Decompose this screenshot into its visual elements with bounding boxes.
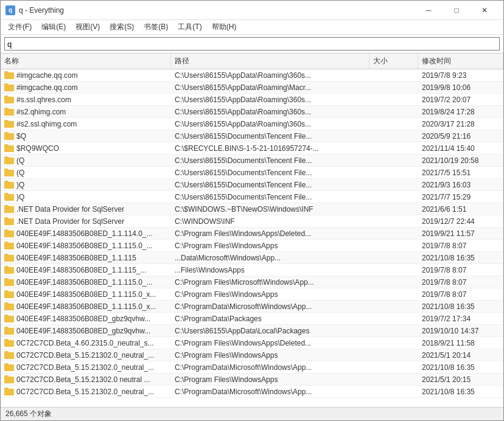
cell-modified: 2021/9/3 16:03: [418, 179, 503, 190]
table-row[interactable]: )QC:\Users\86155\Documents\Tencent File.…: [1, 179, 503, 191]
cell-path: C:\Program Files\WindowsApps: [171, 288, 369, 300]
table-row[interactable]: 040EE49F.14883506B08ED_1.1.115.0_x...C:\…: [1, 288, 503, 301]
cell-name: 040EE49F.14883506B08ED_gbz9qvhw...: [1, 313, 171, 324]
table-row[interactable]: 040EE49F.14883506B08ED_1.1.115.0_...C:\P…: [1, 276, 503, 288]
cell-modified: 2021/10/8 16:35: [418, 386, 503, 397]
file-name: $Q: [16, 132, 26, 141]
search-input[interactable]: [4, 37, 500, 50]
table-row[interactable]: #s.ssl.qhres.comC:\Users\86155\AppData\R…: [1, 94, 503, 106]
menu-item[interactable]: 工具(T): [173, 20, 206, 35]
cell-name: (Q: [1, 155, 171, 166]
table-row[interactable]: 0C72C7CD.Beta_4.60.2315.0_neutral_s...C:…: [1, 337, 503, 349]
cell-modified: 2019/7/8 9:23: [418, 69, 503, 81]
table-row[interactable]: 0C72C7CD.Beta_5.15.21302.0 neutral ...C:…: [1, 374, 503, 386]
cell-name: 040EE49F.14883506B08ED_1.1.115.0_...: [1, 240, 171, 251]
menu-item[interactable]: 视图(V): [71, 20, 105, 35]
menu-item[interactable]: 帮助(H): [207, 20, 242, 35]
cell-size: [369, 288, 418, 300]
cell-name: 0C72C7CD.Beta_5.15.21302.0_neutral_...: [1, 361, 171, 373]
cell-size: [369, 301, 418, 312]
table-row[interactable]: #s2.ssl.qhimg.comC:\Users\86155\AppData\…: [1, 118, 503, 130]
cell-size: [369, 203, 418, 215]
table-row[interactable]: #s2.qhimg.comC:\Users\86155\AppData\Roam…: [1, 106, 503, 118]
cell-name: #imgcache.qq.com: [1, 82, 171, 93]
cell-path: C:\Users\86155\AppData\Local\Packages: [171, 325, 369, 336]
file-name: 0C72C7CD.Beta_5.15.21302.0 neutral ...: [16, 375, 150, 384]
table-row[interactable]: $RQ9WQCOC:\$RECYCLE.BIN\S-1-5-21-1016957…: [1, 142, 503, 155]
cell-name: $RQ9WQCO: [1, 142, 171, 154]
table-row[interactable]: 040EE49F.14883506B08ED_gbz9qvhw...C:\Use…: [1, 325, 503, 337]
menu-item[interactable]: 搜索(S): [105, 20, 139, 35]
col-header-path[interactable]: 路径: [171, 54, 369, 69]
menu-item[interactable]: 文件(F): [3, 20, 37, 35]
cell-name: $Q: [1, 130, 171, 142]
table-row[interactable]: $QC:\Users\86155\Documents\Tencent File.…: [1, 130, 503, 142]
col-header-size[interactable]: 大小: [369, 54, 418, 69]
cell-modified: 2021/5/1 20:15: [418, 374, 503, 385]
folder-icon: [4, 205, 14, 213]
file-name: 040EE49F.14883506B08ED_1.1.115.0_x...: [16, 302, 156, 311]
maximize-button[interactable]: □: [443, 1, 471, 20]
table-row[interactable]: 0C72C7CD.Beta_5.15.21302.0_neutral_...C:…: [1, 361, 503, 374]
cell-path: ...Data\Microsoft\Windows\App...: [171, 252, 369, 263]
table-row[interactable]: (QC:\Users\86155\Documents\Tencent File.…: [1, 167, 503, 179]
file-name: 040EE49F.14883506B08ED_1.1.114.0_...: [16, 229, 153, 238]
menu-item[interactable]: 书签(B): [139, 20, 173, 35]
cell-size: [369, 82, 418, 93]
table-row[interactable]: 040EE49F.14883506B08ED_gbz9qvhw...C:\Pro…: [1, 313, 503, 325]
cell-name: 0C72C7CD.Beta_5.15.21302.0_neutral_...: [1, 386, 171, 397]
cell-name: 0C72C7CD.Beta_4.60.2315.0_neutral_s...: [1, 337, 171, 349]
cell-modified: 2021/6/6 1:51: [418, 203, 503, 215]
close-button[interactable]: ✕: [471, 1, 499, 20]
menu-item[interactable]: 编辑(E): [37, 20, 71, 35]
table-row[interactable]: 040EE49F.14883506B08ED_1.1.115.0_...C:\P…: [1, 240, 503, 252]
cell-name: 040EE49F.14883506B08ED_gbz9qvhw...: [1, 325, 171, 336]
cell-path: C:\ProgramData\Microsoft\Windows\App...: [171, 361, 369, 373]
table-row[interactable]: .NET Data Provider for SqlServerC:\$WIND…: [1, 203, 503, 215]
folder-icon: [4, 120, 14, 128]
table-row[interactable]: 0C72C7CD.Beta_5.15.21302.0_neutral_...C:…: [1, 349, 503, 361]
cell-modified: 2021/10/8 16:35: [418, 301, 503, 312]
cell-size: [369, 106, 418, 117]
cell-path: C:\Users\86155\Documents\Tencent File...: [171, 167, 369, 178]
col-header-modified[interactable]: 修改时间: [418, 54, 503, 69]
table-row[interactable]: .NET Data Provider for SqlServerC:\WINDO…: [1, 215, 503, 228]
cell-modified: 2019/7/2 20:07: [418, 94, 503, 105]
cell-size: [369, 69, 418, 81]
folder-icon: [4, 242, 14, 249]
file-name: 0C72C7CD.Beta_5.15.21302.0_neutral_...: [16, 363, 154, 372]
cell-size: [369, 325, 418, 336]
file-name: #imgcache.qq.com: [16, 83, 78, 92]
file-name: $RQ9WQCO: [16, 144, 59, 153]
table-row[interactable]: 040EE49F.14883506B08ED_1.1.115.0_x...C:\…: [1, 301, 503, 313]
table-row[interactable]: 040EE49F.14883506B08ED_1.1.114.0_...C:\P…: [1, 228, 503, 240]
table-row[interactable]: #imgcache.qq.comC:\Users\86155\AppData\R…: [1, 69, 503, 82]
col-header-name[interactable]: 名称: [1, 54, 171, 69]
cell-modified: 2021/10/8 16:35: [418, 252, 503, 263]
cell-path: C:\ProgramData\Packages: [171, 313, 369, 324]
search-bar: [1, 35, 503, 54]
cell-size: [369, 276, 418, 288]
cell-size: [369, 94, 418, 105]
file-name: 040EE49F.14883506B08ED_1.1.115_...: [16, 266, 147, 274]
minimize-button[interactable]: ─: [415, 1, 443, 20]
cell-size: [369, 118, 418, 130]
table-row[interactable]: )QC:\Users\86155\Documents\Tencent File.…: [1, 191, 503, 203]
table-row[interactable]: 040EE49F.14883506B08ED_1.1.115...Data\Mi…: [1, 252, 503, 264]
folder-icon: [4, 375, 14, 383]
table-row[interactable]: 040EE49F.14883506B08ED_1.1.115_......Fil…: [1, 264, 503, 276]
cell-path: C:\Program Files\WindowsApps\Deleted...: [171, 337, 369, 349]
table-row[interactable]: (QC:\Users\86155\Documents\Tencent File.…: [1, 155, 503, 167]
folder-icon: [4, 266, 14, 274]
table-row[interactable]: #imgcache.qq.comC:\Users\86155\AppData\R…: [1, 82, 503, 94]
table-row[interactable]: 0C72C7CD.Beta_5.15.21302.0_neutral_...C:…: [1, 386, 503, 398]
main-window: q q - Everything ─ □ ✕ 文件(F)编辑(E)视图(V)搜索…: [0, 0, 504, 421]
folder-icon: [4, 144, 14, 152]
file-name: #s2.ssl.qhimg.com: [16, 120, 77, 128]
folder-icon: [4, 388, 14, 395]
cell-name: #imgcache.qq.com: [1, 69, 171, 81]
cell-modified: 2018/9/21 11:58: [418, 337, 503, 349]
file-name: #imgcache.qq.com: [16, 71, 78, 80]
cell-name: 040EE49F.14883506B08ED_1.1.115.0_x...: [1, 288, 171, 300]
folder-icon: [4, 217, 14, 225]
